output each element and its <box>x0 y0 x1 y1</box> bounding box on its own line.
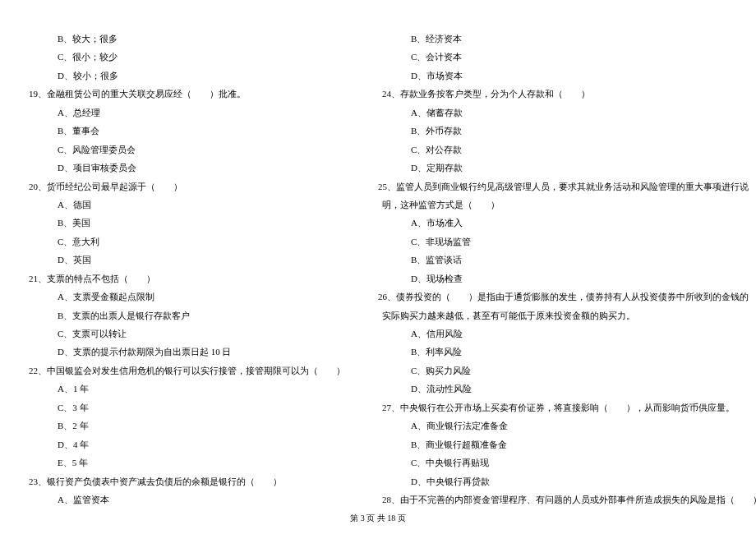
answer-option: D、市场资本 <box>366 70 756 83</box>
answer-option: B、利率风险 <box>366 346 756 359</box>
answer-option: C、非现场监管 <box>366 236 756 249</box>
answer-option: B、外币存款 <box>366 125 756 138</box>
answer-option: A、储蓄存款 <box>366 107 756 120</box>
question-text: 22、中国银监会对发生信用危机的银行可以实行接管，接管期限可以为（ ） <box>12 365 345 378</box>
answer-option: D、支票的提示付款期限为自出票日起 10 日 <box>12 346 345 359</box>
answer-option: C、中央银行再贴现 <box>366 457 756 470</box>
answer-option: D、项目审核委员会 <box>12 162 345 175</box>
answer-option: A、市场准入 <box>366 217 756 230</box>
answer-option: A、商业银行法定准备金 <box>366 420 756 433</box>
answer-option: A、德国 <box>12 199 345 212</box>
answer-option: D、4 年 <box>12 439 345 452</box>
question-text: 19、金融租赁公司的重大关联交易应经（ ）批准。 <box>12 88 345 101</box>
answer-option: B、支票的出票人是银行存款客户 <box>12 310 345 323</box>
answer-option: D、定期存款 <box>366 162 756 175</box>
document-content: B、较大；很多C、很小；较少D、较小；很多19、金融租赁公司的重大关联交易应经（… <box>12 33 744 507</box>
answer-option: D、中央银行再贷款 <box>366 476 756 489</box>
answer-option: C、支票可以转让 <box>12 328 345 341</box>
answer-option: C、会计资本 <box>366 51 756 64</box>
answer-option: A、总经理 <box>12 107 345 120</box>
page-footer: 第 3 页 共 18 页 <box>0 513 756 524</box>
answer-option: A、监管资本 <box>12 494 345 507</box>
answer-option: D、英国 <box>12 254 345 267</box>
answer-option: A、支票受金额起点限制 <box>12 291 345 304</box>
question-text: 23、银行资产负债表中资产减去负债后的余额是银行的（ ） <box>12 476 345 489</box>
question-text: 21、支票的特点不包括（ ） <box>12 273 345 286</box>
answer-option: C、很小；较少 <box>12 51 345 64</box>
left-column: B、较大；很多C、很小；较少D、较小；很多19、金融租赁公司的重大关联交易应经（… <box>12 33 345 507</box>
question-text: 26、债券投资的（ ）是指由于通货膨胀的发生，债券持有人从投资债券中所收到的金钱… <box>366 291 756 304</box>
answer-option: B、监管谈话 <box>366 254 756 267</box>
answer-option: D、现场检查 <box>366 273 756 286</box>
answer-option: B、美国 <box>12 217 345 230</box>
answer-option: B、2 年 <box>12 420 345 433</box>
answer-option: B、经济资本 <box>366 33 756 46</box>
answer-option: D、流动性风险 <box>366 383 756 396</box>
answer-option: C、意大利 <box>12 236 345 249</box>
answer-option: C、购买力风险 <box>366 365 756 378</box>
question-text: 明，这种监管方式是（ ） <box>366 199 756 212</box>
question-text: 25、监管人员到商业银行约见高级管理人员，要求其就业务活动和风险管理的重大事项进… <box>366 181 756 194</box>
answer-option: C、风险管理委员会 <box>12 144 345 157</box>
answer-option: B、董事会 <box>12 125 345 138</box>
answer-option: D、较小；很多 <box>12 70 345 83</box>
answer-option: E、5 年 <box>12 457 345 470</box>
right-column: B、经济资本C、会计资本D、市场资本24、存款业务按客户类型，分为个人存款和（ … <box>366 33 756 507</box>
answer-option: B、商业银行超额准备金 <box>366 439 756 452</box>
answer-option: B、较大；很多 <box>12 33 345 46</box>
answer-option: C、对公存款 <box>366 144 756 157</box>
answer-option: C、3 年 <box>12 402 345 415</box>
question-text: 实际购买力越来越低，甚至有可能低于原来投资金额的购买力。 <box>366 310 756 323</box>
question-text: 20、货币经纪公司最早起源于（ ） <box>12 181 345 194</box>
answer-option: A、信用风险 <box>366 328 756 341</box>
question-text: 28、由于不完善的内部资金管理程序、有问题的人员或外部事件所造成损失的风险是指（… <box>366 494 756 507</box>
answer-option: A、1 年 <box>12 383 345 396</box>
question-text: 24、存款业务按客户类型，分为个人存款和（ ） <box>366 88 756 101</box>
question-text: 27、中央银行在公开市场上买卖有价证券，将直接影响（ ），从而影响货币供应量。 <box>366 402 756 415</box>
